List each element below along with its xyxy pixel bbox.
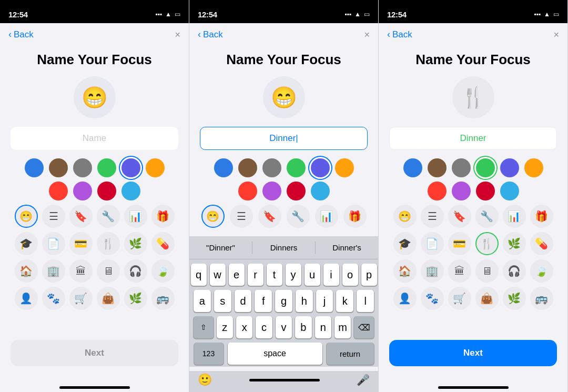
swatch-red-3[interactable] [428, 182, 447, 200]
next-button-3[interactable]: Next [389, 340, 557, 366]
key-h[interactable]: h [296, 290, 313, 312]
back-button-1[interactable]: ‹ Back [8, 29, 34, 40]
swatch-indigo-1[interactable] [121, 158, 140, 177]
icon-paw-1[interactable]: 🐾 [42, 287, 65, 310]
swatch-gray-3[interactable] [452, 158, 471, 177]
icon-home-1[interactable]: 🏠 [15, 259, 38, 283]
icon-grad-1[interactable]: 🎓 [15, 232, 38, 255]
icon-chart-3[interactable]: 📊 [503, 205, 526, 228]
key-l[interactable]: l [357, 290, 374, 312]
icon-bookmark-3[interactable]: 🔖 [448, 205, 471, 228]
key-q[interactable]: q [191, 264, 207, 286]
name-input-3[interactable]: Dinner [389, 127, 557, 150]
key-return[interactable]: return [327, 343, 374, 365]
key-k[interactable]: k [336, 290, 353, 312]
back-button-2[interactable]: ‹ Back [198, 29, 223, 40]
swatch-red-1[interactable] [49, 182, 68, 200]
swatch-blue-2[interactable] [214, 158, 233, 177]
icon-wrench-2[interactable]: 🔧 [287, 205, 310, 228]
swatch-brown-2[interactable] [238, 158, 257, 177]
icon-chart-1[interactable]: 📊 [124, 205, 147, 228]
icon-headphone-3[interactable]: 🎧 [503, 259, 526, 283]
swatch-brown-3[interactable] [428, 158, 447, 177]
icon-fork-3[interactable]: 🍴 [475, 232, 499, 255]
key-w[interactable]: w [210, 264, 226, 286]
icon-leaf-1[interactable]: 🌿 [124, 232, 147, 255]
key-a[interactable]: a [194, 290, 211, 312]
swatch-purple-2[interactable] [262, 182, 281, 200]
key-z[interactable]: z [217, 316, 233, 338]
swatch-blue-3[interactable] [403, 158, 422, 177]
name-input-2[interactable]: Dinner| [200, 127, 368, 150]
key-r[interactable]: r [248, 264, 263, 286]
icon-card-3[interactable]: 💳 [448, 232, 471, 255]
icon-home-3[interactable]: 🏠 [393, 259, 417, 283]
back-label-3[interactable]: Back [392, 29, 412, 40]
icon-person-3[interactable]: 👤 [393, 287, 417, 310]
key-f[interactable]: f [255, 290, 272, 312]
swatch-green-1[interactable] [97, 158, 116, 177]
swatch-teal-3[interactable] [500, 182, 519, 200]
icon-plant-3[interactable]: 🍃 [530, 259, 553, 283]
icon-pill-3[interactable]: 💊 [530, 232, 553, 255]
icon-gift-2[interactable]: 🎁 [343, 205, 367, 228]
icon-smiley-3[interactable]: 😁 [393, 205, 417, 228]
swatch-orange-3[interactable] [524, 158, 543, 177]
swatch-blue-1[interactable] [25, 158, 44, 177]
icon-card-1[interactable]: 💳 [69, 232, 93, 255]
focus-icon-3[interactable]: 🍴 [452, 76, 494, 118]
swatch-green-3[interactable] [476, 158, 495, 177]
next-button-1[interactable]: Next [11, 340, 178, 366]
icon-bus-1[interactable]: 🚌 [151, 287, 175, 310]
icon-bank-1[interactable]: 🏛 [69, 259, 93, 283]
icon-grad-3[interactable]: 🎓 [393, 232, 417, 255]
close-button-1[interactable]: × [175, 29, 180, 41]
swatch-gray-2[interactable] [262, 158, 281, 177]
key-space[interactable]: space [228, 343, 322, 365]
icon-bank-3[interactable]: 🏛 [448, 259, 471, 283]
icon-leaf2-1[interactable]: 🌿 [124, 287, 147, 310]
key-m[interactable]: m [334, 316, 351, 338]
mic-key-2[interactable]: 🎤 [357, 374, 370, 386]
close-button-3[interactable]: × [553, 29, 559, 41]
emoji-key-2[interactable]: 🙂 [198, 373, 212, 387]
swatch-green-2[interactable] [287, 158, 306, 177]
icon-bag-3[interactable]: 👜 [475, 287, 499, 310]
swatch-brown-1[interactable] [49, 158, 68, 177]
swatch-crimson-3[interactable] [476, 182, 495, 200]
key-y[interactable]: y [286, 264, 301, 286]
icon-smiley-2[interactable]: 😁 [201, 205, 225, 228]
key-v[interactable]: v [276, 316, 292, 338]
name-input-1[interactable]: Name [11, 127, 178, 150]
icon-person-1[interactable]: 👤 [15, 287, 38, 310]
icon-bookmark-1[interactable]: 🔖 [69, 205, 93, 228]
icon-wrench-3[interactable]: 🔧 [475, 205, 499, 228]
icon-monitor-1[interactable]: 🖥 [97, 259, 120, 283]
key-u[interactable]: u [305, 264, 320, 286]
icon-plant-1[interactable]: 🍃 [151, 259, 175, 283]
key-n[interactable]: n [315, 316, 331, 338]
icon-bus-3[interactable]: 🚌 [530, 287, 553, 310]
swatch-purple-3[interactable] [452, 182, 471, 200]
icon-list-1[interactable]: ☰ [42, 205, 65, 228]
icon-doc-1[interactable]: 📄 [42, 232, 65, 255]
back-button-3[interactable]: ‹ Back [387, 29, 412, 40]
key-j[interactable]: j [316, 290, 333, 312]
icon-gift-1[interactable]: 🎁 [151, 205, 175, 228]
swatch-teal-2[interactable] [311, 182, 330, 200]
icon-cart-1[interactable]: 🛒 [69, 287, 93, 310]
icon-leaf2-3[interactable]: 🌿 [503, 287, 526, 310]
icon-doc-3[interactable]: 📄 [421, 232, 444, 255]
icon-pill-1[interactable]: 💊 [151, 232, 175, 255]
icon-headphone-1[interactable]: 🎧 [124, 259, 147, 283]
key-123[interactable]: 123 [194, 343, 224, 365]
back-label-2[interactable]: Back [203, 29, 223, 40]
icon-gift-3[interactable]: 🎁 [530, 205, 553, 228]
icon-wrench-1[interactable]: 🔧 [97, 205, 120, 228]
icon-leaf-3[interactable]: 🌿 [503, 232, 526, 255]
icon-fork-1[interactable]: 🍴 [97, 232, 120, 255]
autocorrect-0[interactable]: "Dinner" [189, 243, 252, 252]
icon-paw-3[interactable]: 🐾 [421, 287, 444, 310]
swatch-red-2[interactable] [238, 182, 257, 200]
autocorrect-1[interactable]: Dinners [252, 243, 315, 252]
